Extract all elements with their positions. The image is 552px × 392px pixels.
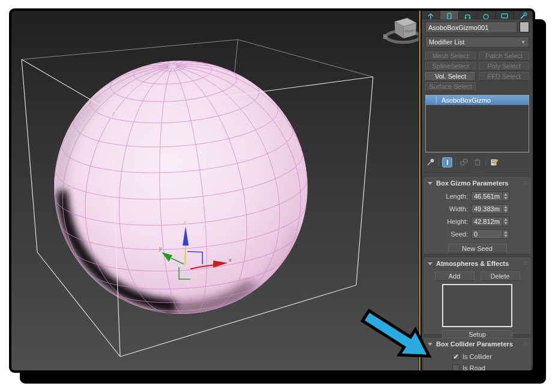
rollout-box-gizmo-parameters: Box Gizmo Parameters ∷ Length: 46.561m W… (424, 177, 530, 255)
effects-listbox[interactable] (442, 284, 512, 327)
rollout-box-collider-parameters: Box Collider Parameters ∷ ✓ Is Collider … (424, 338, 530, 372)
is-road-checkbox[interactable] (452, 364, 459, 372)
rollout-header[interactable]: Box Gizmo Parameters ∷ (425, 178, 530, 188)
z-axis-stem[interactable] (185, 244, 186, 265)
tab-motion[interactable] (477, 11, 496, 19)
modifier-stack-toolbar (425, 156, 529, 168)
is-road-label: Is Road (463, 364, 485, 372)
configure-modifier-sets-icon[interactable] (489, 157, 499, 167)
viewcube-front-label: FRONT (405, 29, 416, 33)
viewport-panel-divider (419, 11, 420, 370)
mesh-select-button[interactable]: Mesh Select (425, 52, 476, 61)
panel-splitter-handle[interactable]: ····· (425, 172, 529, 173)
height-spinner[interactable] (502, 217, 509, 226)
surface-select-button[interactable]: Surface Select (425, 82, 476, 91)
object-name-row (425, 22, 529, 33)
collapse-triangle-icon (428, 182, 432, 185)
ffd-select-button[interactable]: FFD Select (479, 72, 529, 81)
width-label: Width: (425, 205, 468, 213)
tab-display[interactable] (496, 11, 514, 19)
chevron-down-icon: ▼ (521, 40, 526, 45)
is-collider-label: Is Collider (463, 353, 492, 360)
rollout-grip-icon[interactable]: ∷ (524, 180, 527, 186)
z-axis-label: z (183, 219, 187, 225)
gizmo-center-handle[interactable] (181, 269, 192, 279)
rollout-header[interactable]: Box Collider Parameters ∷ (425, 339, 530, 349)
atmosphere-buttons-row: Add Delete (425, 271, 530, 281)
vol-select-button[interactable]: Vol. Select (425, 72, 476, 81)
height-field[interactable]: 42.812m (471, 217, 509, 226)
command-panel: Modifier List ▼ Mesh Select Patch Select… (422, 11, 533, 370)
tab-hierarchy[interactable] (459, 11, 478, 19)
object-name-input[interactable] (425, 22, 517, 33)
length-row: Length: 46.561m (425, 191, 525, 201)
length-label: Length: (425, 193, 468, 200)
height-label: Height: (425, 218, 468, 225)
tab-create[interactable] (422, 11, 440, 19)
rollout-header[interactable]: Atmospheres & Effects ∷ (425, 258, 530, 269)
make-unique-icon[interactable] (459, 157, 469, 167)
seed-field[interactable]: 0 (471, 229, 509, 239)
seed-label: Seed: (425, 231, 468, 238)
screenshot-frame: z x y FRONT (9, 8, 535, 373)
height-row: Height: 42.812m (425, 217, 525, 226)
rollout-grip-icon[interactable]: ∷ (524, 261, 527, 267)
length-spinner[interactable] (502, 192, 509, 201)
object-color-swatch[interactable] (520, 22, 529, 32)
seed-row: Seed: 0 (425, 229, 525, 239)
command-panel-tabs (422, 11, 533, 19)
y-axis-label: y (159, 246, 162, 252)
width-spinner[interactable] (502, 205, 509, 213)
collapse-triangle-icon (428, 262, 432, 265)
spline-select-button[interactable]: SplineSelect (425, 62, 476, 71)
selection-modifier-buttons: Mesh Select Patch Select SplineSelect Po… (425, 52, 529, 91)
delete-effect-button[interactable]: Delete (481, 271, 520, 281)
add-effect-button[interactable]: Add (435, 271, 475, 281)
show-end-result-icon[interactable] (442, 157, 452, 167)
seed-spinner[interactable] (502, 230, 509, 238)
modifier-stack-item[interactable]: AsoboBoxGizmo (426, 95, 529, 105)
length-field[interactable]: 46.561m (471, 191, 509, 201)
viewcube-west-handle[interactable] (383, 34, 387, 39)
rollout-grip-icon[interactable]: ∷ (524, 341, 527, 347)
rollout-title: Box Collider Parameters (436, 340, 513, 348)
is-collider-row: ✓ Is Collider (452, 352, 530, 361)
modifier-stack-list[interactable]: AsoboBoxGizmo (425, 95, 529, 152)
new-seed-button[interactable]: New Seed (448, 244, 507, 253)
collapse-triangle-icon (428, 343, 432, 346)
modifier-list-dropdown[interactable]: Modifier List ▼ (425, 37, 529, 47)
poly-select-button[interactable]: Poly Select (479, 62, 529, 71)
viewcube[interactable]: FRONT (383, 18, 419, 43)
is-road-row: Is Road (452, 364, 530, 372)
3d-viewport[interactable]: z x y FRONT (11, 11, 419, 370)
remove-modifier-icon[interactable] (472, 157, 482, 167)
tab-utilities[interactable] (514, 11, 533, 19)
width-row: Width: 49.383m (425, 204, 525, 214)
patch-select-button[interactable]: Patch Select (479, 52, 529, 61)
rollout-atmospheres-effects: Atmospheres & Effects ∷ Add Delete Setup (424, 258, 530, 335)
is-collider-checkbox[interactable]: ✓ (452, 353, 459, 360)
width-field[interactable]: 49.383m (471, 204, 509, 214)
modifier-list-label: Modifier List (429, 38, 464, 46)
x-axis-label: x (228, 257, 232, 263)
tab-modify[interactable] (440, 11, 459, 19)
rollout-title: Box Gizmo Parameters (436, 179, 508, 187)
pin-stack-icon[interactable] (425, 157, 435, 167)
rollout-title: Atmospheres & Effects (436, 260, 509, 267)
app-content: z x y FRONT (11, 11, 533, 370)
